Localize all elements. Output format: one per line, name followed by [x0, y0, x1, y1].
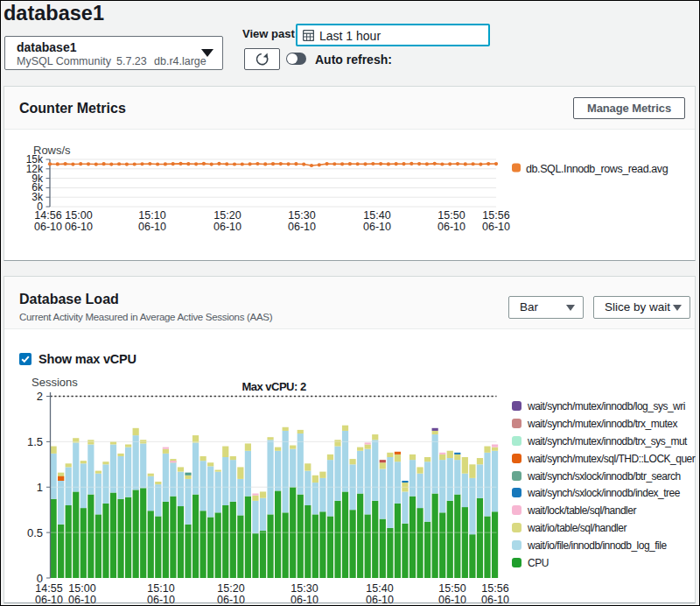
svg-text:06-10: 06-10 [363, 221, 391, 233]
svg-text:06-10: 06-10 [217, 594, 245, 603]
svg-text:15:30: 15:30 [290, 582, 318, 595]
svg-text:06-10: 06-10 [481, 594, 509, 603]
svg-text:15:50: 15:50 [438, 209, 465, 222]
svg-text:15:56: 15:56 [482, 209, 509, 222]
svg-text:06-10: 06-10 [214, 221, 242, 233]
svg-text:06-10: 06-10 [288, 221, 316, 233]
svg-text:06-10: 06-10 [366, 594, 394, 603]
svg-text:db.SQL.Innodb_rows_read.avg: db.SQL.Innodb_rows_read.avg [526, 163, 668, 175]
svg-text:06-10: 06-10 [138, 221, 166, 233]
svg-text:15:40: 15:40 [366, 582, 393, 595]
svg-text:15:50: 15:50 [438, 582, 466, 595]
svg-text:15:10: 15:10 [147, 582, 174, 595]
svg-text:06-10: 06-10 [147, 594, 175, 603]
svg-text:06-10: 06-10 [34, 221, 62, 233]
svg-text:06-10: 06-10 [35, 594, 63, 603]
svg-text:06-10: 06-10 [290, 594, 318, 603]
svg-text:06-10: 06-10 [438, 594, 466, 603]
svg-text:06-10: 06-10 [65, 221, 93, 233]
svg-text:14:56: 14:56 [34, 209, 61, 222]
svg-text:Max vCPU: 2: Max vCPU: 2 [242, 380, 306, 393]
svg-text:15:30: 15:30 [288, 209, 315, 222]
svg-text:1.5: 1.5 [27, 435, 43, 448]
svg-text:06-10: 06-10 [68, 594, 96, 603]
svg-text:15:00: 15:00 [68, 582, 95, 595]
svg-text:15k: 15k [26, 153, 44, 166]
svg-text:15:10: 15:10 [138, 209, 165, 222]
svg-text:14:55: 14:55 [35, 582, 62, 595]
svg-text:2: 2 [37, 390, 43, 403]
svg-text:06-10: 06-10 [438, 221, 466, 233]
svg-text:15:20: 15:20 [214, 209, 241, 222]
svg-text:06-10: 06-10 [482, 221, 510, 233]
svg-text:15:56: 15:56 [481, 582, 508, 595]
svg-text:1: 1 [37, 481, 43, 494]
svg-text:15:00: 15:00 [65, 209, 92, 222]
svg-text:15:20: 15:20 [217, 582, 244, 595]
svg-text:0.5: 0.5 [27, 526, 43, 539]
svg-text:Sessions: Sessions [32, 376, 78, 389]
svg-text:15:40: 15:40 [363, 209, 390, 222]
